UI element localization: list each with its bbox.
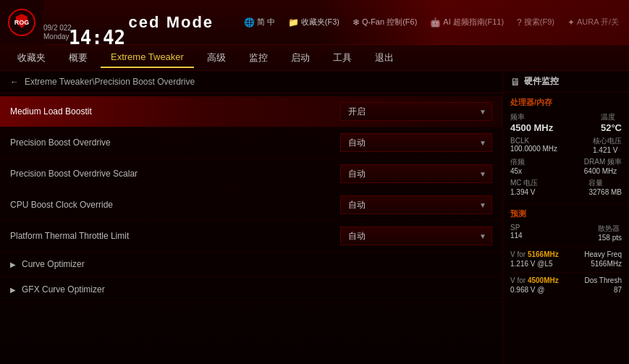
predict-sp-row: SP 114 散热器 158 pts [510, 224, 622, 242]
nav-exit[interactable]: 退出 [365, 47, 404, 69]
nav-monitor[interactable]: 监控 [239, 47, 278, 69]
hw-multi-col: 倍频 45x [510, 157, 525, 175]
predict-freq1-voltage: 1.216 V @L5 [510, 260, 553, 268]
logo-area: ROG [0, 0, 43, 45]
predict-freq1-header: V for 5166MHz Heavy Freq [510, 250, 622, 258]
expand-label-curve: Curve Optimizer [22, 259, 85, 269]
setting-row-pbo-scalar: Precision Boost Overdrive Scalar 自动 开启 关… [0, 158, 502, 190]
predict-title: 预测 [510, 208, 622, 219]
nav-extreme-tweaker[interactable]: Extreme Tweaker [101, 47, 194, 68]
predict-freq2-voltage: 0.968 V @ [510, 286, 544, 294]
expand-icon-gfx: ▶ [10, 286, 16, 294]
breadcrumb: ← Extreme Tweaker\Precision Boost Overdr… [0, 71, 502, 93]
predict-freq2-type: Dos Thresh [584, 276, 622, 284]
setting-row-pbo: Precision Boost Overdrive 自动 开启 关闭 ▼ [0, 127, 502, 158]
right-panel: 🖥 硬件监控 处理器/内存 频率 4500 MHz 温度 52°C BCLK [502, 71, 629, 364]
search-icon: ? [517, 17, 522, 27]
predict-freq2-mhz: 4500MHz [528, 276, 559, 284]
setting-select-pbo[interactable]: 自动 开启 关闭 [340, 133, 492, 152]
setting-row-thermal: Platform Thermal Throttle Limit 自动 开启 关闭… [0, 221, 502, 252]
hw-temp-col: 温度 52°C [601, 112, 622, 133]
predict-freq2-intro: V for [510, 276, 525, 284]
main-content: ← Extreme Tweaker\Precision Boost Overdr… [0, 71, 629, 364]
toolbar-qfan[interactable]: ❄ Q-Fan 控制(F6) [350, 15, 420, 29]
hw-capacity-label: 容量 [588, 178, 622, 188]
setting-control-cpu-boost: 自动 开启 关闭 ▼ [340, 195, 492, 214]
language-icon: 🌐 [244, 17, 255, 27]
setting-label-thermal: Platform Thermal Throttle Limit [10, 231, 340, 241]
hw-multi-row: 倍频 45x DRAM 频率 6400 MHz [510, 157, 622, 175]
setting-control-medium-load: 开启 关闭 自动 ▼ [340, 102, 492, 121]
nav-tools[interactable]: 工具 [323, 47, 362, 69]
predict-sp-value: 114 [510, 232, 523, 240]
breadcrumb-text: Extreme Tweaker\Precision Boost Overdriv… [25, 77, 195, 87]
svg-text:ROG: ROG [14, 19, 30, 26]
hw-mc-row: MC 电压 1.394 V 容量 32768 MB [510, 178, 622, 196]
expand-gfx-curve-optimizer[interactable]: ▶ GFX Curve Optimizer [0, 277, 502, 302]
hw-capacity-value: 32768 MB [588, 188, 622, 196]
hw-section-cpu: 处理器/内存 频率 4500 MHz 温度 52°C BCLK 100.0000… [503, 93, 629, 204]
setting-label-cpu-boost: CPU Boost Clock Override [10, 200, 340, 210]
hw-freq-value: 4500 MHz [510, 122, 553, 133]
hw-freq-label: 频率 [510, 112, 553, 122]
predict-freq2-block: V for 4500MHz Dos Thresh 0.968 V @ 87 [510, 272, 622, 294]
setting-control-pbo: 自动 开启 关闭 ▼ [340, 133, 492, 152]
qfan-icon: ❄ [353, 17, 360, 27]
nav-advanced[interactable]: 高级 [197, 47, 236, 69]
setting-row-cpu-boost: CPU Boost Clock Override 自动 开启 关闭 ▼ [0, 190, 502, 221]
predict-heatsink-label: 散热器 [598, 224, 622, 234]
toolbar-language[interactable]: 🌐 简 中 [241, 15, 278, 29]
hw-multi-value: 45x [510, 167, 525, 175]
hw-mc-label: MC 电压 [510, 178, 538, 188]
setting-select-pbo-scalar[interactable]: 自动 开启 关闭 [340, 164, 492, 183]
predict-sp-label: SP [510, 224, 523, 232]
predict-freq1-type: Heavy Freq [584, 250, 622, 258]
breadcrumb-back-icon[interactable]: ← [10, 77, 19, 87]
toolbar-aura-label: AURA 开/关 [577, 17, 619, 27]
hw-section-predict: 预测 SP 114 散热器 158 pts V for 5166MHz Heav… [503, 204, 629, 300]
hw-temp-label: 温度 [601, 112, 622, 122]
toolbar-favorites[interactable]: 📁 收藏夹(F3) [285, 15, 342, 29]
predict-sp-col: SP 114 [510, 224, 523, 242]
toolbar-qfan-label: Q-Fan 控制(F6) [362, 17, 417, 27]
hw-freq-row: 频率 4500 MHz 温度 52°C [510, 112, 622, 133]
day-display: Monday [43, 33, 69, 41]
left-panel: ← Extreme Tweaker\Precision Boost Overdr… [0, 71, 502, 364]
setting-select-medium-load[interactable]: 开启 关闭 自动 [340, 102, 492, 121]
hw-bclk-row: BCLK 100.0000 MHz 核心电压 1.421 V [510, 136, 622, 154]
hw-monitor-title: 硬件监控 [524, 75, 559, 88]
setting-control-thermal: 自动 开启 关闭 ▼ [340, 227, 492, 245]
setting-select-thermal[interactable]: 自动 开启 关闭 [340, 227, 492, 245]
predict-freq1-detail: 1.216 V @L5 5166MHz [510, 260, 622, 268]
hw-dram-label: DRAM 频率 [584, 157, 622, 167]
hw-multi-label: 倍频 [510, 157, 525, 167]
folder-icon: 📁 [288, 17, 299, 27]
toolbar-aura[interactable]: ✦ AURA 开/关 [565, 15, 622, 29]
nav-favorites[interactable]: 收藏夹 [7, 47, 56, 69]
expand-icon-curve: ▶ [10, 261, 16, 268]
nav-menu: 收藏夹 概要 Extreme Tweaker 高级 监控 启动 工具 退出 [0, 45, 629, 71]
nav-boot[interactable]: 启动 [281, 47, 320, 69]
page-title: ced Mode [129, 13, 214, 31]
date-display: 09/2 022 [43, 24, 72, 32]
expand-label-gfx: GFX Curve Optimizer [22, 284, 105, 295]
setting-select-cpu-boost[interactable]: 自动 开启 关闭 [340, 195, 492, 214]
nav-overview[interactable]: 概要 [59, 47, 98, 69]
hw-bclk-label: BCLK [510, 137, 557, 145]
hw-vcore-col: 核心电压 1.421 V [593, 136, 622, 154]
rog-logo-icon: ROG [7, 8, 36, 37]
toolbar: 🌐 简 中 📁 收藏夹(F3) ❄ Q-Fan 控制(F6) 🤖 AI 超频指南… [241, 15, 629, 29]
predict-freq2-result: 87 [614, 286, 622, 294]
monitor-icon: 🖥 [510, 76, 520, 88]
toolbar-search-label: 搜索(F9) [524, 17, 554, 27]
expand-curve-optimizer[interactable]: ▶ Curve Optimizer [0, 252, 502, 277]
predict-heatsink-col: 散热器 158 pts [598, 224, 622, 242]
time-display: 14:42 [69, 27, 125, 48]
ai-icon: 🤖 [430, 17, 441, 27]
hw-dram-col: DRAM 频率 6400 MHz [584, 157, 622, 175]
toolbar-language-label: 简 中 [257, 17, 275, 27]
toolbar-ai[interactable]: 🤖 AI 超频指南(F11) [427, 15, 507, 29]
header: ROG 09/2 022 Monday 14:42 ced Mode 🌐 简 中… [0, 0, 629, 45]
hw-dram-value: 6400 MHz [584, 167, 622, 175]
toolbar-search[interactable]: ? 搜索(F9) [514, 15, 557, 29]
